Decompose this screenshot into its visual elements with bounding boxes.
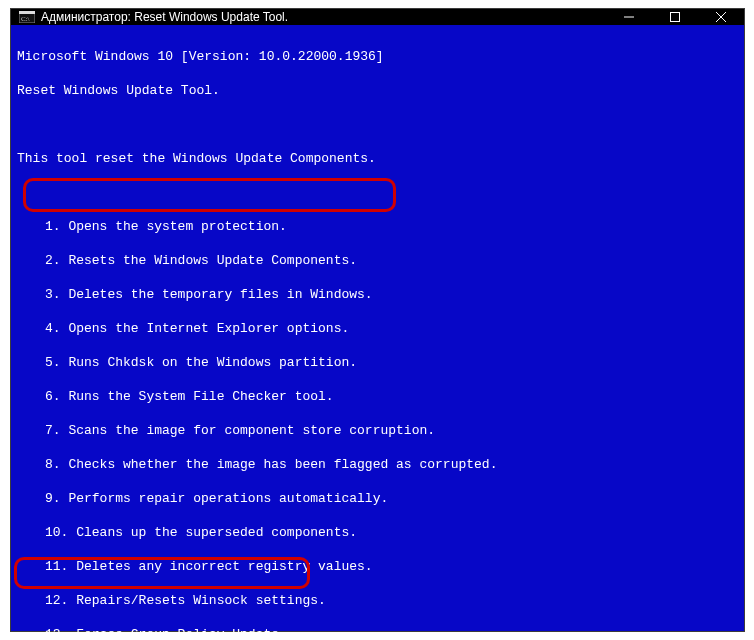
- version-line: Microsoft Windows 10 [Version: 10.0.2200…: [17, 48, 738, 65]
- svg-rect-4: [671, 13, 680, 22]
- close-button[interactable]: [698, 9, 744, 25]
- menu-option: 2. Resets the Windows Update Components.: [17, 252, 738, 269]
- menu-option: 1. Opens the system protection.: [17, 218, 738, 235]
- cmd-icon: C:\: [19, 9, 35, 25]
- menu-option: 8. Checks whether the image has been fla…: [17, 456, 738, 473]
- menu-option: 12. Repairs/Resets Winsock settings.: [17, 592, 738, 609]
- menu-option: 11. Deletes any incorrect registry value…: [17, 558, 738, 575]
- menu-option: 7. Scans the image for component store c…: [17, 422, 738, 439]
- titlebar: C:\ Администратор: Reset Windows Update …: [11, 9, 744, 25]
- menu-option: 3. Deletes the temporary files in Window…: [17, 286, 738, 303]
- menu-option: 6. Runs the System File Checker tool.: [17, 388, 738, 405]
- maximize-button[interactable]: [652, 9, 698, 25]
- tool-name-line: Reset Windows Update Tool.: [17, 82, 738, 99]
- menu-option: 10. Cleans up the superseded components.: [17, 524, 738, 541]
- menu-option: 9. Performs repair operations automatica…: [17, 490, 738, 507]
- menu-option: 4. Opens the Internet Explorer options.: [17, 320, 738, 337]
- menu-option: 5. Runs Chkdsk on the Windows partition.: [17, 354, 738, 371]
- svg-rect-1: [19, 11, 35, 14]
- console-window: C:\ Администратор: Reset Windows Update …: [10, 8, 745, 632]
- console-area[interactable]: Microsoft Windows 10 [Version: 10.0.2200…: [11, 25, 744, 640]
- minimize-button[interactable]: [606, 9, 652, 25]
- description-line: This tool reset the Windows Update Compo…: [17, 150, 738, 167]
- menu-option: 13. Forces Group Policy Update.: [17, 626, 738, 640]
- window-title: Администратор: Reset Windows Update Tool…: [41, 10, 288, 24]
- svg-text:C:\: C:\: [21, 15, 30, 23]
- window-controls: [606, 9, 744, 25]
